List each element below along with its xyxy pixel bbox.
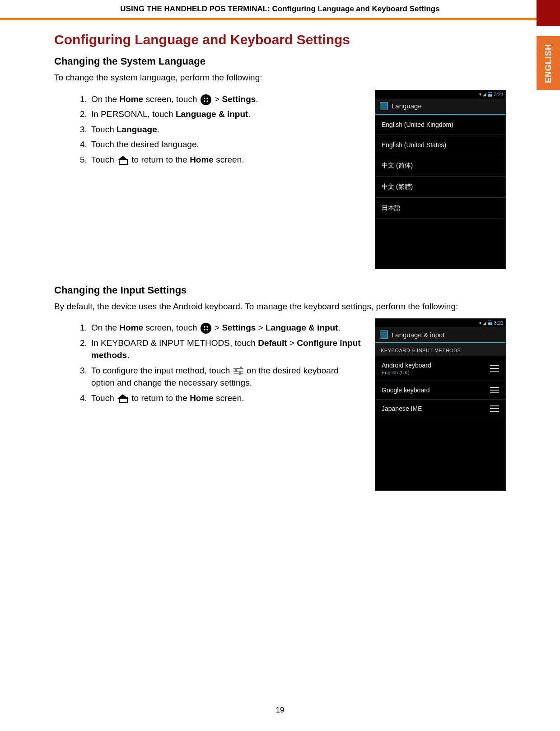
status-clock: 3:21 — [494, 320, 504, 326]
sliders-icon[interactable] — [490, 386, 499, 394]
screen-title: Language — [392, 102, 422, 110]
screen-titlebar: Language & input — [375, 327, 505, 343]
running-head: USING THE HANDHELD POS TERMINAL: Configu… — [0, 3, 560, 18]
blank-area — [375, 219, 505, 269]
status-bar: ▾ ◢ 3:21 — [375, 90, 505, 98]
battery-icon — [488, 321, 492, 325]
steps-list-1: On the Home screen, touch > Settings. In… — [54, 92, 362, 168]
signal-icon: ◢ — [483, 92, 486, 97]
signal-icon: ◢ — [483, 321, 486, 326]
section-intro-2: By default, the device uses the Android … — [54, 301, 506, 312]
language-tab-label: ENGLISH — [544, 43, 553, 83]
apps-icon — [201, 323, 211, 334]
keyboard-option[interactable]: Japanese IME — [375, 400, 505, 418]
status-clock: 3:21 — [494, 92, 504, 97]
battery-icon — [488, 92, 492, 97]
sliders-icon[interactable] — [490, 405, 499, 412]
screenshot-input-methods: ▾ ◢ 3:21 Language & input KEYBOARD & INP… — [375, 318, 506, 491]
wifi-icon: ▾ — [479, 321, 481, 326]
sliders-icon — [233, 367, 243, 375]
sliders-icon[interactable] — [490, 365, 499, 372]
blank-area — [375, 418, 505, 490]
page-header: USING THE HANDHELD POS TERMINAL: Configu… — [0, 0, 560, 20]
step: Touch Language. — [89, 122, 362, 137]
language-options: English (United Kingdom) English (United… — [375, 115, 505, 219]
keyboard-section-header: KEYBOARD & INPUT METHODS — [375, 343, 505, 356]
keyboard-option[interactable]: Android keyboard English (UK) — [375, 356, 505, 381]
keyboard-name: Android keyboard — [382, 362, 431, 369]
step: To configure the input method, touch on … — [89, 363, 362, 391]
apps-icon — [201, 94, 211, 105]
language-option[interactable]: 中文 (简体) — [375, 155, 505, 177]
page-number: 19 — [0, 706, 560, 715]
step: In KEYBOARD & INPUT METHODS, touch Defau… — [89, 335, 362, 363]
step: On the Home screen, touch > Settings. — [89, 92, 362, 107]
step: Touch to return to the Home screen. — [89, 152, 362, 168]
step: Touch the desired language. — [89, 137, 362, 152]
home-icon — [117, 156, 128, 165]
settings-app-icon — [380, 102, 388, 110]
corner-block — [537, 0, 560, 26]
language-option[interactable]: 中文 (繁體) — [375, 177, 505, 198]
language-tab: ENGLISH — [537, 36, 560, 90]
section-heading-1: Changing the System Language — [54, 56, 506, 67]
status-bar: ▾ ◢ 3:21 — [375, 319, 505, 327]
screen-title: Language & input — [392, 331, 445, 339]
step: On the Home screen, touch > Settings > L… — [89, 320, 362, 335]
keyboard-name: Google keyboard — [382, 386, 430, 394]
keyboard-option[interactable]: Google keyboard — [375, 381, 505, 400]
steps-list-2: On the Home screen, touch > Settings > L… — [54, 320, 362, 405]
settings-app-icon — [380, 331, 388, 339]
home-icon — [117, 394, 128, 403]
step: In PERSONAL, touch Language & input. — [89, 107, 362, 122]
page-title: Configuring Language and Keyboard Settin… — [54, 32, 506, 47]
wifi-icon: ▾ — [479, 92, 481, 97]
section-intro-1: To change the system language, perform t… — [54, 72, 506, 84]
screenshot-language-list: ▾ ◢ 3:21 Language English (United Kingdo… — [375, 90, 506, 269]
language-option[interactable]: English (United States) — [375, 135, 505, 155]
language-option[interactable]: English (United Kingdom) — [375, 115, 505, 135]
header-rule — [0, 18, 560, 20]
step: Touch to return to the Home screen. — [89, 391, 362, 406]
screen-titlebar: Language — [375, 98, 505, 115]
keyboard-sub: English (UK) — [382, 370, 431, 375]
language-option[interactable]: 日本語 — [375, 198, 505, 219]
section-heading-2: Changing the Input Settings — [54, 284, 506, 296]
keyboard-name: Japanese IME — [382, 405, 422, 412]
